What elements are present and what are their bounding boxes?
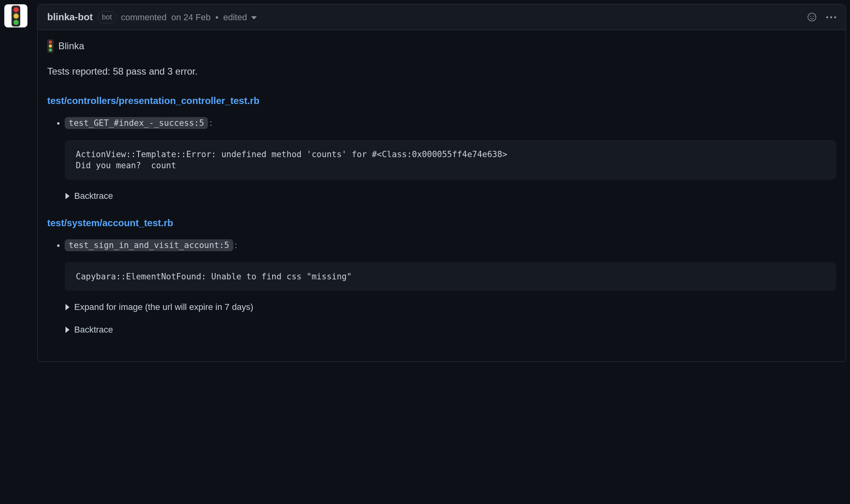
smiley-icon bbox=[807, 12, 817, 22]
comment-date[interactable]: on 24 Feb bbox=[171, 11, 211, 24]
avatar[interactable] bbox=[4, 4, 28, 28]
error-code-block: Capybara::ElementNotFound: Unable to fin… bbox=[65, 262, 836, 291]
test-item: test_sign_in_and_visit_account:5: Capyba… bbox=[65, 239, 836, 336]
details-label: Expand for image (the url will expire in… bbox=[74, 300, 253, 314]
backtrace-toggle[interactable]: Backtrace bbox=[65, 323, 836, 336]
triangle-right-icon bbox=[65, 327, 69, 333]
edited-dropdown[interactable]: edited bbox=[223, 11, 256, 24]
triangle-right-icon bbox=[65, 193, 69, 199]
traffic-light-icon bbox=[47, 39, 54, 53]
svg-point-0 bbox=[808, 13, 816, 21]
expand-image-toggle[interactable]: Expand for image (the url will expire in… bbox=[65, 300, 836, 314]
test-file-section: test/controllers/presentation_controller… bbox=[47, 94, 836, 202]
bot-badge: bot bbox=[98, 11, 116, 23]
kebab-icon bbox=[826, 16, 828, 18]
test-name-code: test_GET_#index_-_success:5 bbox=[65, 117, 208, 129]
comment-container: blinka-bot bot commented on 24 Feb • edi… bbox=[37, 4, 846, 362]
test-file-section: test/system/account_test.rb test_sign_in… bbox=[47, 216, 836, 336]
trailing-colon: : bbox=[210, 118, 212, 127]
edited-label: edited bbox=[223, 12, 247, 22]
comment-menu-button[interactable] bbox=[826, 16, 836, 18]
test-name-code: test_sign_in_and_visit_account:5 bbox=[65, 239, 233, 251]
triangle-right-icon bbox=[65, 304, 69, 310]
trailing-colon: : bbox=[235, 240, 237, 250]
error-code-block: ActionView::Template::Error: undefined m… bbox=[65, 140, 836, 180]
details-label: Backtrace bbox=[74, 323, 113, 336]
app-name: Blinka bbox=[58, 39, 84, 53]
comment-header: blinka-bot bot commented on 24 Feb • edi… bbox=[38, 4, 846, 30]
separator-dot: • bbox=[215, 11, 219, 24]
timeline-item: blinka-bot bot commented on 24 Feb • edi… bbox=[4, 4, 846, 362]
traffic-light-icon bbox=[12, 6, 20, 27]
add-reaction-button[interactable] bbox=[807, 12, 817, 22]
app-title-line: Blinka bbox=[47, 39, 836, 53]
test-summary: Tests reported: 58 pass and 3 error. bbox=[47, 64, 836, 79]
file-link[interactable]: test/controllers/presentation_controller… bbox=[47, 94, 260, 108]
commented-label: commented bbox=[121, 11, 167, 24]
details-label: Backtrace bbox=[74, 189, 113, 202]
test-item: test_GET_#index_-_success:5: ActionView:… bbox=[65, 117, 836, 202]
chevron-down-icon bbox=[251, 16, 257, 19]
svg-point-2 bbox=[813, 16, 813, 17]
file-link[interactable]: test/system/account_test.rb bbox=[47, 216, 173, 230]
author-link[interactable]: blinka-bot bbox=[47, 10, 93, 24]
backtrace-toggle[interactable]: Backtrace bbox=[65, 189, 836, 202]
svg-point-1 bbox=[810, 16, 811, 17]
comment-body: Blinka Tests reported: 58 pass and 3 err… bbox=[38, 30, 846, 362]
comment-header-actions bbox=[807, 12, 836, 22]
